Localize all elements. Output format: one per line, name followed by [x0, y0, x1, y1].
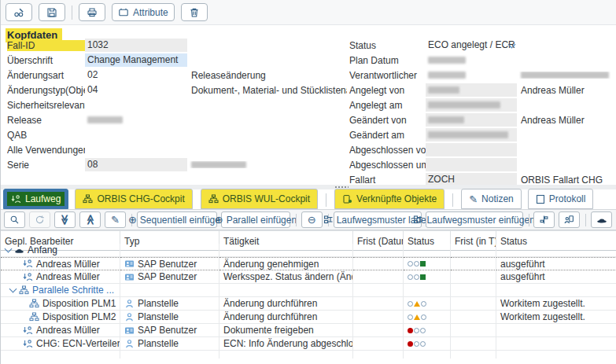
geaendert-von-field[interactable]	[426, 113, 517, 127]
start-workflow-button[interactable]	[591, 211, 612, 228]
status-lights[interactable]	[404, 311, 451, 324]
abgeschlossen-von-field[interactable]	[426, 143, 517, 156]
status-circle-icon	[414, 261, 419, 267]
workflow-step-icon	[23, 272, 33, 282]
alle-verwendungen-field[interactable]	[85, 143, 187, 156]
aenderungstyp-field[interactable]: 04	[85, 83, 187, 97]
tab-protokoll[interactable]: Protokoll	[528, 189, 594, 209]
serie-field[interactable]: 08	[85, 158, 187, 171]
redacted-desc	[521, 72, 609, 79]
tab-notizen[interactable]: ✎ Notizen	[461, 189, 522, 209]
redacted-value	[428, 72, 466, 79]
tab-orbis-chg-cockpit[interactable]: ORBIS CHG-Cockpit	[75, 189, 192, 209]
verantwortlicher-label: Verantwortlicher	[349, 70, 426, 81]
status-dot-icon	[408, 328, 413, 333]
collapse-all-icon: ≫	[85, 215, 95, 226]
redacted-value	[428, 131, 508, 138]
remove-step-button[interactable]: ⊖	[301, 211, 323, 228]
fall-id-label: Fall-ID	[7, 40, 85, 51]
cockpit-icon	[208, 194, 219, 204]
table-row[interactable]: CHG: ECN-Verteiler	[1, 337, 120, 351]
redacted-value	[428, 57, 466, 64]
delete-icon	[189, 7, 200, 18]
sap-user-icon	[124, 325, 135, 336]
top-toolbar: Attribute	[1, 0, 616, 25]
status-circle-icon	[414, 341, 419, 347]
display-change-button[interactable]	[6, 3, 32, 21]
status-circle-icon	[420, 328, 426, 333]
status-circle-icon	[414, 274, 419, 280]
person-icon	[124, 299, 135, 309]
delete-button[interactable]	[181, 3, 208, 21]
fall-id-field[interactable]: 1032	[85, 39, 187, 52]
status-circle-icon	[420, 341, 426, 347]
print-button[interactable]	[79, 3, 105, 21]
verantwortlicher-field[interactable]	[426, 68, 517, 82]
display-change-icon	[13, 7, 25, 18]
sicherheitsrelevant-label: Sicherheitsrelevant	[7, 100, 85, 111]
status-circle-icon	[408, 314, 413, 320]
table-row[interactable]: Disposition PLM1	[1, 297, 120, 311]
tab-orbis-wul-cockpit[interactable]: ORBIS WUL-Cockpit	[201, 189, 318, 209]
status-circle-icon	[421, 301, 426, 307]
plus-circle-icon: ⊕	[128, 215, 137, 225]
header-form-left: Fall-ID 1032 Überschrift Change Manageme…	[7, 38, 347, 172]
sicherheitsrelevant-field[interactable]	[85, 98, 187, 112]
fallart-label: Fallart	[349, 175, 426, 186]
redacted-value	[428, 116, 464, 123]
print-icon	[87, 7, 98, 18]
geaendert-am-field[interactable]	[426, 128, 517, 142]
angelegt-am-field[interactable]	[426, 98, 517, 112]
table-row[interactable]: Andreas Müller	[1, 324, 120, 337]
tab-label: ORBIS WUL-Cockpit	[223, 193, 310, 204]
collapse-all-button[interactable]: ≫	[79, 211, 101, 228]
table-row[interactable]: Anfang	[1, 244, 120, 257]
angelegt-von-label: Angelegt von	[349, 85, 426, 96]
save-button[interactable]	[39, 3, 65, 21]
status-lights[interactable]	[404, 257, 451, 270]
angelegt-am-label: Angelegt am	[349, 100, 426, 111]
abgeschlossen-um-field[interactable]	[426, 158, 517, 171]
status-square-icon	[420, 274, 426, 280]
table-row[interactable]: Parallele Schritte ...	[1, 284, 120, 297]
table-row[interactable]: Andreas Müller	[1, 270, 120, 284]
plan-datum-field[interactable]	[426, 53, 517, 67]
expander-chevron-icon[interactable]	[9, 285, 17, 293]
angelegt-von-desc: Andreas Müller	[517, 85, 615, 96]
refresh-button[interactable]	[29, 211, 50, 228]
angelegt-von-field[interactable]	[426, 83, 517, 97]
tab-verknuepfte-objekte[interactable]: Verknüpfte Objekte	[334, 189, 444, 209]
tab-label: Protokoll	[549, 193, 586, 204]
expand-all-button[interactable]: ≫	[54, 211, 76, 228]
parallel-steps-icon	[29, 312, 39, 322]
status-circle-icon	[414, 328, 419, 333]
table-row[interactable]: Andreas Müller	[1, 257, 120, 270]
status-lights[interactable]	[404, 324, 451, 337]
search-button[interactable]	[4, 211, 25, 228]
distribute-button[interactable]	[533, 211, 555, 228]
tab-laufweg[interactable]: Laufweg	[3, 189, 68, 209]
ueberschrift-field[interactable]: Change Management	[85, 53, 187, 67]
pattern-insert-button[interactable]: Laufwegsmuster einfügen	[426, 211, 523, 228]
table-row[interactable]: Disposition PLM2	[1, 311, 120, 324]
sequential-insert-button[interactable]: ⊕ Sequentiell einfügen	[137, 211, 217, 228]
attribute-button-label: Attribute	[133, 7, 168, 18]
qab-field[interactable]	[85, 128, 187, 142]
status-dropdown[interactable]: ECO angelegt / ECR genel	[426, 39, 517, 52]
pattern-load-button[interactable]: Laufwegsmuster laden	[334, 211, 422, 228]
expander-chevron-icon[interactable]	[5, 245, 13, 253]
agent-button[interactable]	[559, 211, 580, 228]
geaendert-am-label: Geändert am	[349, 130, 426, 141]
aenderungsart-field[interactable]: 02	[85, 68, 187, 82]
toolbar-separator	[72, 6, 72, 20]
attribute-button[interactable]: Attribute	[112, 3, 175, 21]
linked-objects-icon	[342, 194, 352, 204]
aenderungstyp-desc: Dokument-, Material- und Stücklistenände…	[187, 85, 347, 96]
parallel-insert-button[interactable]: ⊕ Parallel einfügen	[221, 211, 290, 228]
status-lights[interactable]	[404, 297, 451, 311]
sap-change-management-window: Attribute Kopfdaten Fall-ID 1032 Übersch…	[0, 0, 616, 364]
edit-note-button[interactable]: ✎	[105, 211, 126, 228]
release-field[interactable]	[85, 113, 187, 127]
status-lights[interactable]	[404, 337, 451, 351]
status-lights[interactable]	[404, 270, 451, 284]
